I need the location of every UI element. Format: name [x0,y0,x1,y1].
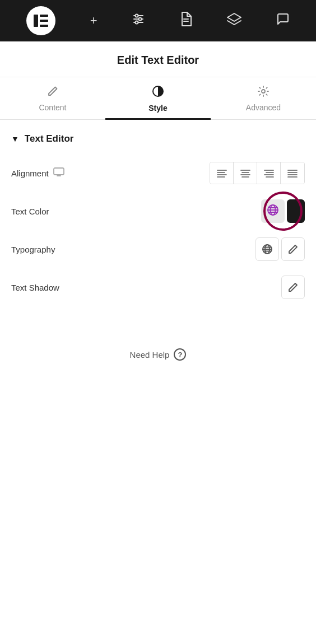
align-left-button[interactable] [210,162,234,184]
alignment-row: Alignment [11,160,305,186]
typography-controls [255,237,305,261]
text-color-global-button[interactable] [261,199,285,223]
alignment-button-group [210,162,305,184]
svg-marker-12 [227,13,241,21]
chat-icon[interactable] [276,12,290,29]
layers-icon[interactable] [227,13,241,29]
pencil-icon [47,86,58,100]
svg-point-9 [136,21,138,24]
svg-rect-15 [54,168,64,175]
text-shadow-label: Text Shadow [11,283,59,292]
top-navigation: + [0,0,316,41]
text-color-label: Text Color [11,207,49,216]
need-help-row[interactable]: Need Help ? [0,348,316,372]
tab-advanced-label: Advanced [246,103,281,112]
text-color-controls [261,199,305,223]
text-color-row: Text Color [11,198,305,224]
section-header: ▼ Text Editor [11,133,305,144]
panel-title: Edit Text Editor [0,41,316,77]
tab-style[interactable]: Style [105,77,211,120]
align-center-button[interactable] [234,162,257,184]
typography-edit-button[interactable] [281,237,305,261]
add-icon[interactable]: + [90,13,97,28]
help-icon: ? [174,348,186,361]
globe-icon [267,204,279,218]
text-shadow-controls [281,276,305,299]
alignment-label: Alignment [11,167,64,179]
tab-content-label: Content [39,103,66,112]
elementor-logo[interactable] [26,6,55,35]
text-editor-section: ▼ Text Editor Alignment [0,120,316,326]
svg-point-8 [139,18,142,21]
svg-rect-0 [34,15,38,27]
align-justify-button[interactable] [281,162,304,184]
svg-rect-2 [40,20,48,22]
file-icon[interactable] [180,12,192,30]
typography-row: Typography [11,236,305,262]
tab-content[interactable]: Content [0,77,105,120]
text-shadow-edit-button[interactable] [281,276,305,299]
editor-panel: Edit Text Editor Content Style [0,41,316,644]
section-title: Text Editor [25,133,74,144]
svg-point-14 [262,90,265,93]
alignment-controls [210,162,305,184]
text-shadow-row: Text Shadow [11,274,305,300]
tab-bar: Content Style Advanced [0,77,316,120]
align-right-button[interactable] [257,162,281,184]
tab-advanced[interactable]: Advanced [211,77,316,120]
sliders-icon[interactable] [132,12,145,29]
gear-icon [258,86,269,100]
svg-rect-1 [40,15,48,17]
svg-rect-3 [40,25,48,27]
collapse-arrow[interactable]: ▼ [11,134,19,143]
typography-label: Typography [11,245,55,254]
text-color-swatch[interactable] [287,199,305,223]
tab-style-label: Style [148,104,167,113]
monitor-icon [53,167,64,179]
half-circle-icon [152,85,164,100]
typography-global-button[interactable] [255,237,279,261]
svg-point-7 [136,15,138,17]
need-help-text: Need Help [130,350,170,360]
